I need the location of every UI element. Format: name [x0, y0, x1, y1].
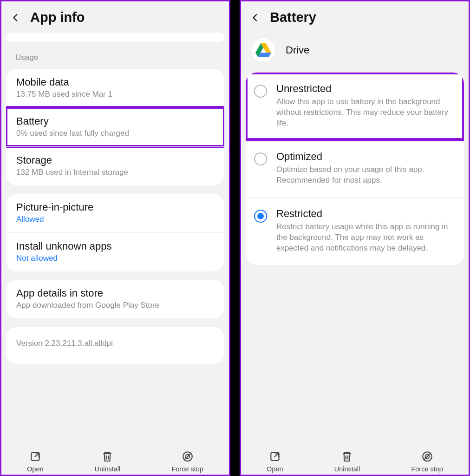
option-unrestricted[interactable]: Unrestricted Allow this app to use batte…	[246, 73, 464, 140]
usage-card: Mobile data 13.75 MB used since Mar 1 Ba…	[6, 69, 224, 185]
app-info-screen: App info Usage Mobile data 13.75 MB used…	[0, 0, 230, 476]
action-label: Force stop	[171, 465, 203, 473]
back-icon[interactable]	[11, 13, 21, 23]
row-title: App details in store	[16, 287, 214, 299]
svg-line-11	[274, 453, 279, 457]
back-icon[interactable]	[250, 13, 261, 23]
open-icon	[29, 450, 41, 463]
option-title: Restricted	[276, 208, 454, 220]
trash-icon	[341, 450, 353, 463]
option-desc: Restrict battery usage while this app is…	[276, 222, 454, 254]
option-title: Optimized	[276, 151, 454, 163]
row-app-details-in-store[interactable]: App details in store App downloaded from…	[6, 280, 224, 318]
header: Battery	[241, 1, 469, 33]
option-desc: Optimize based on your usage of this app…	[276, 165, 454, 186]
uninstall-button[interactable]: Uninstall	[95, 450, 121, 473]
battery-options-card: Unrestricted Allow this app to use batte…	[246, 73, 464, 265]
open-button[interactable]: Open	[27, 450, 43, 473]
page-title: App info	[30, 10, 85, 25]
row-title: Install unknown apps	[16, 240, 214, 252]
option-desc: Allow this app to use battery in the bac…	[276, 97, 454, 129]
force-stop-button[interactable]: Force stop	[411, 450, 443, 473]
row-picture-in-picture[interactable]: Picture-in-picture Allowed	[6, 194, 224, 232]
stop-icon	[421, 450, 433, 463]
row-battery[interactable]: Battery 0% used since last fully charged	[6, 107, 224, 146]
drive-app-icon	[251, 38, 275, 62]
stop-icon	[182, 450, 194, 463]
row-title: Storage	[16, 154, 214, 166]
app-name: Drive	[286, 44, 309, 56]
row-install-unknown-apps[interactable]: Install unknown apps Not allowed	[6, 232, 224, 271]
store-card: App details in store App downloaded from…	[6, 280, 224, 318]
action-label: Open	[27, 465, 43, 473]
header: App info	[1, 1, 229, 33]
action-label: Force stop	[411, 465, 443, 473]
row-sub: Not allowed	[16, 254, 214, 263]
screenshot-divider	[230, 0, 240, 476]
action-label: Uninstall	[334, 465, 360, 473]
action-bar: Open Uninstall Force stop	[241, 445, 469, 475]
section-label-usage: Usage	[6, 49, 224, 69]
radio-restricted[interactable]	[254, 210, 267, 223]
row-sub: Allowed	[16, 215, 214, 224]
row-sub: 0% used since last fully charged	[16, 129, 214, 138]
action-label: Uninstall	[95, 465, 121, 473]
row-sub: App downloaded from Google Play Store	[16, 301, 214, 310]
row-title: Picture-in-picture	[16, 201, 214, 213]
svg-line-1	[35, 453, 39, 457]
battery-screen: Battery Drive Unrestricted Allow this ap…	[240, 0, 470, 476]
card-previous-section	[6, 33, 224, 42]
force-stop-button[interactable]: Force stop	[171, 450, 203, 473]
scroll-area[interactable]: Usage Mobile data 13.75 MB used since Ma…	[1, 33, 229, 445]
option-optimized[interactable]: Optimized Optimize based on your usage o…	[246, 140, 464, 197]
row-title: Battery	[16, 115, 214, 127]
row-sub: 132 MB used in Internal storage	[16, 168, 214, 177]
option-restricted[interactable]: Restricted Restrict battery usage while …	[246, 197, 464, 265]
action-bar: Open Uninstall Force stop	[1, 445, 229, 475]
row-mobile-data[interactable]: Mobile data 13.75 MB used since Mar 1	[6, 69, 224, 107]
version-label: Version 2.23.211.3.all.alldpi	[6, 327, 224, 364]
app-row: Drive	[241, 33, 469, 73]
uninstall-button[interactable]: Uninstall	[334, 450, 360, 473]
trash-icon	[101, 450, 113, 463]
row-sub: 13.75 MB used since Mar 1	[16, 90, 214, 99]
advanced-card: Picture-in-picture Allowed Install unkno…	[6, 194, 224, 271]
row-title: Mobile data	[16, 76, 214, 88]
row-storage[interactable]: Storage 132 MB used in Internal storage	[6, 146, 224, 185]
option-title: Unrestricted	[276, 83, 454, 95]
open-icon	[269, 450, 281, 463]
page-title: Battery	[270, 10, 316, 25]
open-button[interactable]: Open	[267, 450, 283, 473]
radio-optimized[interactable]	[254, 152, 267, 165]
radio-unrestricted[interactable]	[254, 85, 267, 98]
action-label: Open	[267, 465, 283, 473]
